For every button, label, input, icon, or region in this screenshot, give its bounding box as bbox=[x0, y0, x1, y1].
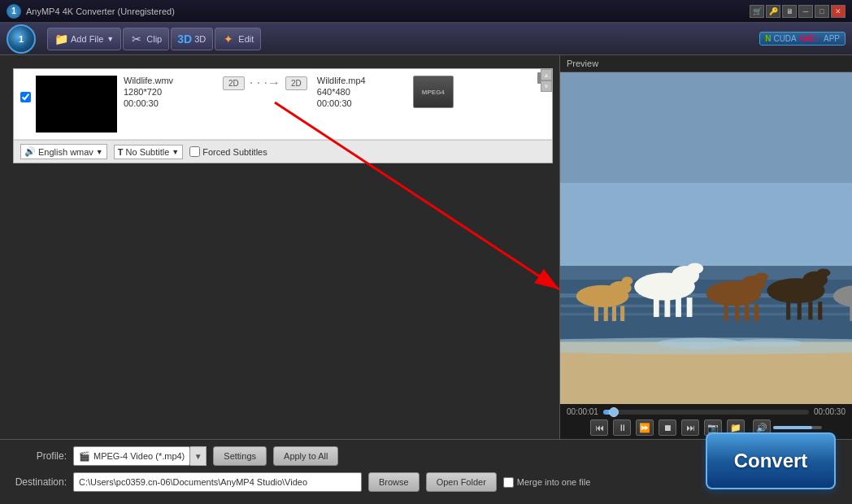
source-resolution: 1280*720 bbox=[124, 87, 213, 97]
cuda-badge: N CUDA AMD↑ APP bbox=[759, 32, 845, 46]
next-button[interactable]: ⏭ bbox=[681, 419, 699, 436]
speaker-icon: 🔊 bbox=[24, 146, 36, 157]
3d-label: 3D bbox=[194, 34, 206, 44]
edit-label: Edit bbox=[238, 34, 254, 44]
svg-rect-31 bbox=[808, 302, 812, 319]
timeline-row: 00:00:01 00:00:30 bbox=[567, 407, 845, 416]
svg-rect-37 bbox=[604, 306, 608, 321]
svg-point-47 bbox=[658, 337, 741, 349]
titlebar-controls: 🛒 🔑 🖥 ─ □ ✕ bbox=[750, 5, 845, 18]
svg-rect-22 bbox=[724, 305, 728, 321]
dest-filename: Wildlife.mp4 bbox=[317, 76, 406, 85]
preview-panel: Preview bbox=[559, 55, 852, 439]
source-format-badge: 2D bbox=[223, 76, 245, 90]
titlebar: 1 AnyMP4 4K Converter (Unregistered) 🛒 🔑… bbox=[0, 0, 852, 23]
svg-rect-38 bbox=[612, 306, 616, 321]
destination-input[interactable] bbox=[73, 472, 362, 492]
svg-rect-29 bbox=[786, 302, 790, 319]
svg-point-21 bbox=[754, 273, 768, 281]
destination-label: Destination: bbox=[10, 476, 67, 488]
profile-label: Profile: bbox=[10, 450, 67, 462]
minimize-button[interactable]: ─ bbox=[798, 5, 813, 18]
nvidia-icon: N bbox=[765, 34, 771, 43]
conversion-arrow-icon: · · ·→ bbox=[250, 76, 280, 90]
titlebar-left: 1 AnyMP4 4K Converter (Unregistered) bbox=[7, 4, 175, 19]
scroll-up-button[interactable]: ▲ bbox=[541, 69, 552, 80]
3d-icon: 3D bbox=[178, 33, 191, 46]
svg-rect-18 bbox=[687, 298, 693, 317]
dest-format-badge: 2D bbox=[285, 76, 307, 90]
titlebar-cart-icon[interactable]: 🛒 bbox=[750, 5, 764, 18]
play-pause-button[interactable]: ⏸ bbox=[613, 419, 631, 436]
svg-rect-36 bbox=[594, 306, 598, 321]
titlebar-title: AnyMP4 4K Converter (Unregistered) bbox=[26, 7, 175, 16]
profile-select[interactable]: 🎬 MPEG-4 Video (*.mp4) bbox=[73, 446, 190, 466]
merge-label: Merge into one file bbox=[517, 477, 591, 487]
file-info-source: Wildlife.wmv 1280*720 00:00:30 bbox=[124, 76, 213, 108]
file-info-dest: Wildlife.mp4 640*480 00:00:30 bbox=[317, 76, 406, 108]
add-file-icon: 📁 bbox=[54, 33, 67, 46]
toolbar: 1 📁 Add File ▼ ✂ Clip 3D 3D ✦ Edit N CUD… bbox=[0, 23, 852, 55]
file-item: Wildlife.wmv 1280*720 00:00:30 2D · · ·→… bbox=[14, 69, 552, 140]
open-folder-button[interactable]: Open Folder bbox=[426, 472, 497, 492]
file-panel: Wildlife.wmv 1280*720 00:00:30 2D · · ·→… bbox=[13, 68, 553, 163]
merge-checkbox-wrapper: Merge into one file bbox=[503, 477, 591, 488]
browse-button[interactable]: Browse bbox=[368, 472, 419, 492]
titlebar-screen-icon[interactable]: 🖥 bbox=[782, 5, 797, 18]
profile-video-icon: 🎬 bbox=[79, 451, 90, 462]
brand-logo: 1 bbox=[7, 24, 36, 54]
svg-rect-23 bbox=[735, 305, 739, 321]
svg-rect-32 bbox=[818, 302, 822, 319]
clip-icon: ✂ bbox=[130, 33, 143, 46]
time-total: 00:00:30 bbox=[814, 407, 845, 416]
prev-button[interactable]: ⏮ bbox=[590, 419, 608, 436]
titlebar-key-icon[interactable]: 🔑 bbox=[766, 5, 780, 18]
svg-point-35 bbox=[622, 277, 633, 285]
apply-all-button[interactable]: Apply to All bbox=[273, 446, 338, 466]
maximize-button[interactable]: □ bbox=[815, 5, 829, 18]
svg-point-48 bbox=[734, 339, 803, 347]
timeline-track[interactable] bbox=[603, 410, 809, 415]
subtitle-select[interactable]: T No Subtitle ▼ bbox=[114, 145, 183, 159]
subtitle-dropdown-icon: ▼ bbox=[172, 148, 179, 156]
merge-checkbox[interactable] bbox=[503, 477, 514, 488]
scroll-down-button[interactable]: ▼ bbox=[541, 80, 552, 92]
cuda-label: CUDA bbox=[773, 34, 796, 43]
file-arrow: 2D · · ·→ 2D bbox=[213, 76, 317, 90]
stop-button[interactable]: ⏹ bbox=[659, 419, 676, 436]
audio-track-select[interactable]: 🔊 English wmav ▼ bbox=[20, 144, 107, 159]
file-checkbox[interactable] bbox=[20, 92, 31, 102]
toolbar-right: N CUDA AMD↑ APP bbox=[759, 32, 845, 46]
file-panel-wrapper: Wildlife.wmv 1280*720 00:00:30 2D · · ·→… bbox=[7, 62, 559, 432]
volume-slider[interactable] bbox=[773, 426, 822, 429]
timeline-thumb[interactable] bbox=[609, 407, 619, 417]
profile-select-wrapper: 🎬 MPEG-4 Video (*.mp4) ▼ bbox=[73, 446, 206, 466]
profile-dropdown-button[interactable]: ▼ bbox=[190, 446, 206, 466]
source-duration: 00:00:30 bbox=[124, 98, 213, 108]
convert-button[interactable]: Convert bbox=[706, 432, 836, 489]
audio-subtitle-row: 🔊 English wmav ▼ T No Subtitle ▼ Forced … bbox=[14, 140, 552, 163]
svg-rect-25 bbox=[754, 305, 759, 321]
add-file-dropdown-icon[interactable]: ▼ bbox=[106, 35, 114, 43]
audio-dropdown-icon: ▼ bbox=[96, 148, 103, 156]
profile-value: MPEG-4 Video (*.mp4) bbox=[93, 451, 185, 461]
scroll-buttons: ▲ ▼ bbox=[541, 69, 552, 92]
file-thumbnail bbox=[36, 76, 117, 133]
toolbar-brand: 1 bbox=[7, 24, 36, 54]
edit-button[interactable]: ✦ Edit bbox=[215, 28, 261, 50]
dest-duration: 00:00:30 bbox=[317, 98, 406, 108]
3d-button[interactable]: 3D 3D bbox=[171, 28, 213, 50]
svg-rect-24 bbox=[745, 305, 749, 321]
forced-subtitle-checkbox[interactable] bbox=[189, 146, 200, 157]
close-button[interactable]: ✕ bbox=[831, 5, 845, 18]
svg-rect-15 bbox=[654, 298, 659, 317]
add-file-button[interactable]: 📁 Add File ▼ bbox=[47, 28, 121, 50]
settings-button[interactable]: Settings bbox=[213, 446, 267, 466]
app-label: APP bbox=[824, 34, 840, 43]
forced-subtitle-check[interactable]: Forced Subtitles bbox=[189, 146, 267, 157]
fast-forward-button[interactable]: ⏩ bbox=[636, 419, 654, 436]
svg-rect-17 bbox=[676, 298, 681, 317]
add-file-label: Add File bbox=[71, 34, 103, 44]
volume-fill bbox=[773, 426, 812, 429]
clip-button[interactable]: ✂ Clip bbox=[123, 28, 169, 50]
